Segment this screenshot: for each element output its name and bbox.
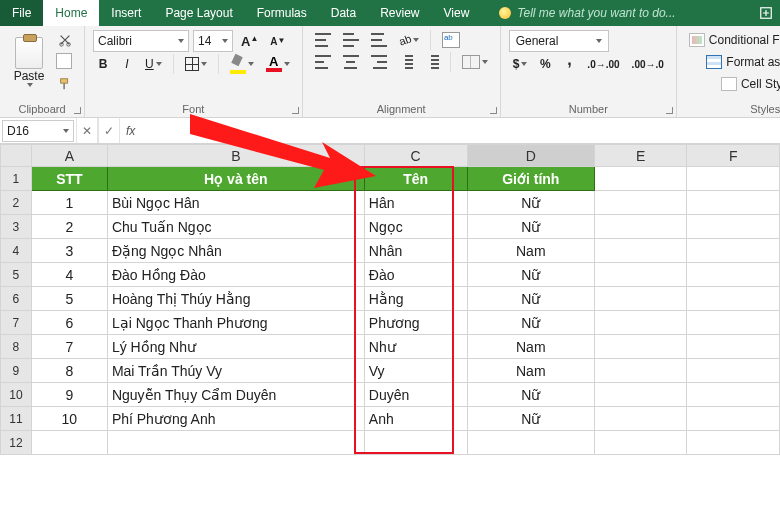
- cell[interactable]: Nam: [467, 359, 594, 383]
- dialog-launcher-icon[interactable]: [488, 105, 498, 115]
- percent-format-button[interactable]: [535, 54, 555, 74]
- cell[interactable]: 9: [31, 383, 107, 407]
- cell[interactable]: Nữ: [467, 287, 594, 311]
- cell[interactable]: Nữ: [467, 215, 594, 239]
- cell[interactable]: Nữ: [467, 263, 594, 287]
- row-header[interactable]: 12: [1, 431, 32, 455]
- cell[interactable]: Đặng Ngọc Nhân: [107, 239, 364, 263]
- cell[interactable]: Nhân: [364, 239, 467, 263]
- format-as-table-button[interactable]: Format as Table: [685, 52, 780, 72]
- cell[interactable]: Họ và tên: [107, 167, 364, 191]
- cell[interactable]: Hân: [364, 191, 467, 215]
- shrink-font-button[interactable]: A▼: [266, 31, 289, 51]
- bold-button[interactable]: B: [93, 54, 113, 74]
- tab-home[interactable]: Home: [43, 0, 99, 26]
- cell[interactable]: Hoàng Thị Thúy Hằng: [107, 287, 364, 311]
- row-header[interactable]: 1: [1, 167, 32, 191]
- decrease-indent-button[interactable]: [395, 52, 417, 72]
- fx-icon[interactable]: fx: [120, 124, 141, 138]
- cancel-formula-button[interactable]: ✕: [76, 118, 98, 143]
- orientation-button[interactable]: ab: [395, 30, 423, 50]
- cell[interactable]: Hằng: [364, 287, 467, 311]
- grow-font-button[interactable]: A▲: [237, 31, 262, 51]
- increase-indent-button[interactable]: [421, 52, 443, 72]
- cell[interactable]: [687, 407, 780, 431]
- col-header-E[interactable]: E: [594, 145, 686, 167]
- cell[interactable]: [594, 191, 686, 215]
- cell[interactable]: Bùi Ngọc Hân: [107, 191, 364, 215]
- merge-center-button[interactable]: [458, 52, 492, 72]
- number-format-select[interactable]: General: [509, 30, 609, 52]
- dialog-launcher-icon[interactable]: [72, 105, 82, 115]
- font-size-select[interactable]: 14: [193, 30, 233, 52]
- tab-insert[interactable]: Insert: [99, 0, 153, 26]
- row-header[interactable]: 11: [1, 407, 32, 431]
- font-name-select[interactable]: Calibri: [93, 30, 189, 52]
- wrap-text-button[interactable]: [438, 30, 464, 50]
- align-top-button[interactable]: [311, 30, 335, 50]
- cell[interactable]: 3: [31, 239, 107, 263]
- accounting-format-button[interactable]: [509, 54, 532, 74]
- row-header[interactable]: 5: [1, 263, 32, 287]
- cell[interactable]: 7: [31, 335, 107, 359]
- cell[interactable]: Chu Tuấn Ngọc: [107, 215, 364, 239]
- cell[interactable]: Đào Hồng Đào: [107, 263, 364, 287]
- comma-format-button[interactable]: [559, 54, 579, 74]
- cell[interactable]: Nữ: [467, 383, 594, 407]
- align-bottom-button[interactable]: [367, 30, 391, 50]
- cut-button[interactable]: [54, 30, 76, 50]
- col-header-B[interactable]: B: [107, 145, 364, 167]
- cell[interactable]: [687, 239, 780, 263]
- cell[interactable]: [687, 287, 780, 311]
- cell[interactable]: [687, 191, 780, 215]
- cell[interactable]: Lại Ngọc Thanh Phương: [107, 311, 364, 335]
- cell[interactable]: 2: [31, 215, 107, 239]
- copy-button[interactable]: [54, 52, 76, 72]
- cell[interactable]: Giới tính: [467, 167, 594, 191]
- cell[interactable]: [594, 383, 686, 407]
- cell[interactable]: [467, 431, 594, 455]
- cell[interactable]: Nữ: [467, 407, 594, 431]
- cell[interactable]: Anh: [364, 407, 467, 431]
- cell[interactable]: [594, 215, 686, 239]
- cell[interactable]: Ngọc: [364, 215, 467, 239]
- tab-page-layout[interactable]: Page Layout: [153, 0, 244, 26]
- cell[interactable]: Phương: [364, 311, 467, 335]
- font-color-button[interactable]: A: [262, 54, 294, 74]
- row-header[interactable]: 10: [1, 383, 32, 407]
- cell[interactable]: [687, 383, 780, 407]
- cell[interactable]: Nữ: [467, 191, 594, 215]
- row-header[interactable]: 8: [1, 335, 32, 359]
- tell-me-search[interactable]: Tell me what you want to do...: [481, 0, 752, 26]
- format-painter-button[interactable]: [54, 74, 76, 94]
- cell[interactable]: Mai Trần Thúy Vy: [107, 359, 364, 383]
- cell-styles-button[interactable]: Cell Styles: [685, 74, 780, 94]
- cell[interactable]: [594, 287, 686, 311]
- row-header[interactable]: 4: [1, 239, 32, 263]
- tab-formulas[interactable]: Formulas: [245, 0, 319, 26]
- cell[interactable]: [364, 431, 467, 455]
- cell[interactable]: [594, 311, 686, 335]
- cell[interactable]: [687, 263, 780, 287]
- tab-review[interactable]: Review: [368, 0, 431, 26]
- cell[interactable]: [31, 431, 107, 455]
- col-header-A[interactable]: A: [31, 145, 107, 167]
- cell[interactable]: Vy: [364, 359, 467, 383]
- cell[interactable]: [687, 359, 780, 383]
- col-header-D[interactable]: D: [467, 145, 594, 167]
- cell[interactable]: 10: [31, 407, 107, 431]
- increase-decimal-button[interactable]: .0→.00: [583, 54, 623, 74]
- cell[interactable]: [594, 263, 686, 287]
- align-middle-button[interactable]: [339, 30, 363, 50]
- row-header[interactable]: 9: [1, 359, 32, 383]
- select-all-corner[interactable]: [1, 145, 32, 167]
- enter-formula-button[interactable]: ✓: [98, 118, 120, 143]
- cell[interactable]: 1: [31, 191, 107, 215]
- row-header[interactable]: 3: [1, 215, 32, 239]
- col-header-C[interactable]: C: [364, 145, 467, 167]
- row-header[interactable]: 7: [1, 311, 32, 335]
- align-center-button[interactable]: [339, 52, 363, 72]
- cell[interactable]: [687, 335, 780, 359]
- cell[interactable]: Nữ: [467, 311, 594, 335]
- row-header[interactable]: 6: [1, 287, 32, 311]
